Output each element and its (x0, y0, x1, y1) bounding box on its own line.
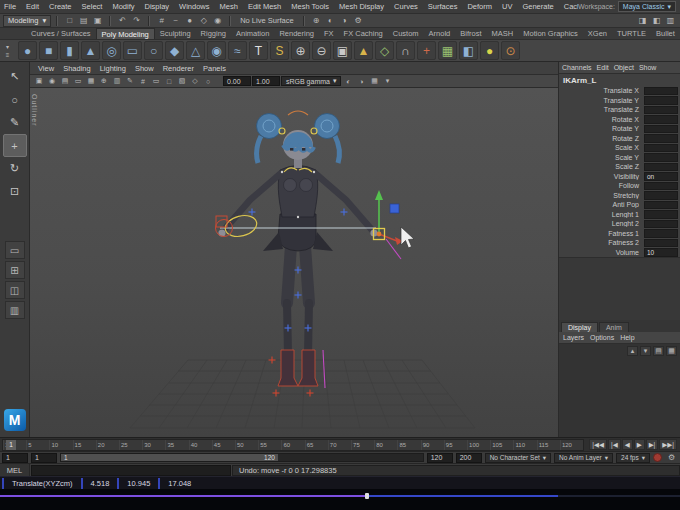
shelf-tab[interactable]: Sculpting (155, 28, 196, 39)
ipr-render-icon[interactable]: ◑ (338, 15, 351, 27)
lasso-tool[interactable]: ○ (3, 88, 27, 111)
channel-label[interactable]: Fatness 1 (559, 230, 644, 237)
mirror-icon[interactable]: ◧ (459, 41, 478, 60)
channel-value-field[interactable]: on (644, 172, 678, 181)
menu-item[interactable]: Cache (564, 2, 578, 11)
channel-value-field[interactable] (644, 87, 678, 96)
viewport-canvas[interactable]: Outliner (30, 88, 558, 437)
undo-icon[interactable]: ↶ (116, 15, 129, 27)
menu-item[interactable]: Windows (179, 2, 209, 11)
menu-item[interactable]: Surfaces (428, 2, 458, 11)
snap-curve-icon[interactable]: ~ (169, 15, 182, 27)
empty-layer-icon[interactable]: ▤ (653, 346, 664, 356)
animation-end-field[interactable]: 200 (456, 453, 482, 463)
channel-value-field[interactable] (644, 144, 678, 153)
select-tool[interactable]: ↖ (3, 65, 27, 88)
layout-single-pane[interactable]: ▭ (5, 241, 25, 259)
open-scene-icon[interactable]: ▤ (77, 15, 90, 27)
channel-label[interactable]: Rotate Y (559, 125, 644, 132)
channel-label[interactable]: Lenght 1 (559, 211, 644, 218)
menu-item[interactable]: Generate (522, 2, 553, 11)
layer-editor-menu-item[interactable]: Layers (563, 334, 584, 341)
svg-tool-icon[interactable]: S (270, 41, 289, 60)
shelf-tab[interactable]: Poly Modeling (96, 28, 155, 40)
shelf-tab[interactable]: FX (319, 28, 339, 39)
bridge-icon[interactable]: ∩ (396, 41, 415, 60)
layer-editor-tab[interactable]: Display (561, 322, 598, 332)
shelf-tab[interactable]: TURTLE (612, 28, 651, 39)
menu-item[interactable]: Display (145, 2, 170, 11)
grease-pencil-icon[interactable]: ✎ (124, 76, 136, 87)
layer-editor-tab[interactable]: Anim (599, 322, 629, 332)
poly-pipe-icon[interactable]: ◉ (207, 41, 226, 60)
move-layer-down-icon[interactable]: ▾ (640, 346, 651, 356)
make-live-icon[interactable]: ◉ (211, 15, 224, 27)
poly-cone-icon[interactable]: ▲ (81, 41, 100, 60)
snapshot-icon[interactable]: ▾ (381, 76, 393, 87)
channel-value-field[interactable] (644, 106, 678, 115)
render-icon[interactable]: ◐ (324, 15, 337, 27)
construction-history-icon[interactable]: ⊕ (310, 15, 323, 27)
viewport-renderer-icon[interactable]: ▦ (368, 76, 380, 87)
channel-label[interactable]: Rotate Z (559, 135, 644, 142)
move-tool[interactable]: + (3, 134, 27, 157)
channel-label[interactable]: Translate Z (559, 106, 644, 113)
menu-item[interactable]: Edit Mesh (248, 2, 281, 11)
channel-box-menu-item[interactable]: Show (639, 64, 657, 71)
shelf-tab[interactable]: Motion Graphics (518, 28, 583, 39)
shelf-tab[interactable]: Arnold (424, 28, 456, 39)
grid-toggle-icon[interactable]: # (137, 76, 149, 87)
channel-value-field[interactable]: 10 (644, 248, 678, 257)
lock-camera-icon[interactable]: ◉ (46, 76, 58, 87)
selected-object-name[interactable]: IKArm_L (559, 74, 680, 86)
go-to-end-button[interactable]: ▶▶| (659, 439, 677, 450)
playback-start-field[interactable]: 1 (31, 453, 57, 463)
poly-torus-icon[interactable]: ◎ (102, 41, 121, 60)
menu-item[interactable]: Mesh Tools (291, 2, 329, 11)
poly-pyramid-icon[interactable]: △ (186, 41, 205, 60)
shelf-menu-icon[interactable]: ▾ (2, 42, 13, 51)
channel-label[interactable]: Anti Pop (559, 201, 644, 208)
panel-menu-item[interactable]: Lighting (100, 64, 126, 73)
exposure-field[interactable]: 0.00 (223, 76, 251, 86)
resolution-gate-icon[interactable]: □ (163, 76, 175, 87)
character-set-dropdown[interactable]: No Character Set ▾ (485, 453, 551, 463)
rotate-tool[interactable]: ↻ (3, 157, 27, 180)
panel-menu-item[interactable]: View (38, 64, 54, 73)
gamma-field[interactable]: 1.00 (252, 76, 280, 86)
animation-preferences-icon[interactable]: ⚙ (665, 452, 678, 464)
toggle-channel-box-icon[interactable]: ▥ (664, 15, 677, 27)
platonic-solid-icon[interactable]: ◆ (165, 41, 184, 60)
channel-label[interactable]: Rotate X (559, 116, 644, 123)
camera-attributes-icon[interactable]: ▤ (59, 76, 71, 87)
image-plane-icon[interactable]: ▦ (85, 76, 97, 87)
menu-item[interactable]: UV (502, 2, 512, 11)
boolean-difference-icon[interactable]: ⊖ (312, 41, 331, 60)
command-input[interactable] (31, 465, 231, 476)
step-forward-frame-button[interactable]: ▶| (646, 439, 659, 450)
field-chart-icon[interactable]: ◇ (189, 76, 201, 87)
quad-draw-icon[interactable]: ▦ (438, 41, 457, 60)
bookmarks-icon[interactable]: ▭ (72, 76, 84, 87)
new-layer-icon[interactable]: ▦ (666, 346, 677, 356)
shelf-tab[interactable]: Curves / Surfaces (26, 28, 96, 39)
shelf-tab[interactable]: Bifrost (455, 28, 486, 39)
menu-item[interactable]: Mesh Display (339, 2, 384, 11)
move-manipulator[interactable] (374, 190, 404, 259)
shelf-tab[interactable]: MASH (487, 28, 519, 39)
range-end-handle[interactable]: 120 (264, 454, 275, 461)
channel-box-menu-item[interactable]: Channels (562, 64, 592, 71)
poly-plane-icon[interactable]: ▭ (123, 41, 142, 60)
oversampling-icon[interactable]: ▥ (111, 76, 123, 87)
channel-label[interactable]: Scale X (559, 144, 644, 151)
video-playhead[interactable] (365, 493, 369, 499)
panel-menu-item[interactable]: Shading (63, 64, 91, 73)
extrude-icon[interactable]: ▲ (354, 41, 373, 60)
channel-label[interactable]: Scale Z (559, 163, 644, 170)
channel-box-menu-item[interactable]: Edit (597, 64, 609, 71)
snap-point-icon[interactable]: ● (183, 15, 196, 27)
layout-four-pane[interactable]: ⊞ (5, 261, 25, 279)
channel-label[interactable]: Volume (559, 249, 644, 256)
step-back-frame-button[interactable]: |◀ (608, 439, 621, 450)
toggle-attribute-editor-icon[interactable]: ◨ (636, 15, 649, 27)
